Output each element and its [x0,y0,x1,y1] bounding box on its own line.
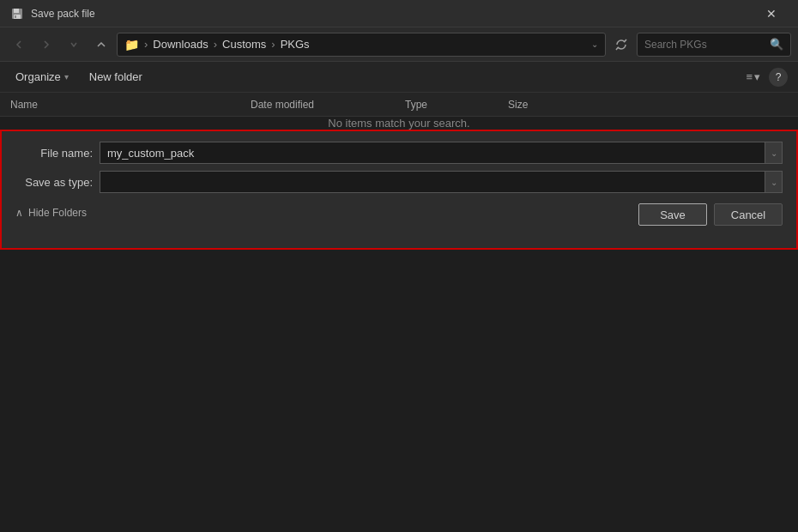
secondary-toolbar: Organize ▾ New folder ≡ ▾ ? [0,62,798,93]
search-input[interactable] [644,39,765,51]
save-as-type-dropdown-arrow[interactable]: ⌄ [765,171,783,193]
hide-folders-button[interactable]: ∧ Hide Folders [15,207,87,219]
file-name-label: File name: [15,147,93,160]
title-bar-left: Save pack file [10,7,95,21]
organize-label: Organize [15,70,61,83]
address-part-customs[interactable]: Customs [222,38,266,51]
window-title: Save pack file [31,8,95,20]
search-icon: 🔍 [770,38,783,51]
folder-icon: 📁 [124,38,139,51]
cancel-button[interactable]: Cancel [714,203,783,226]
file-name-input[interactable] [100,142,765,164]
file-name-dropdown-arrow[interactable]: ⌄ [765,142,783,164]
address-separator-1: › [144,38,148,51]
view-button[interactable]: ≡ ▾ [741,67,765,87]
back-button[interactable] [7,33,31,57]
bottom-panel: File name: ⌄ Save as type: ⌄ ∧ Hide Fold… [0,130,798,250]
svg-rect-1 [14,9,19,13]
view-chevron-icon: ▾ [754,70,760,83]
column-name[interactable]: Name [10,99,251,111]
hide-folders-label: Hide Folders [28,207,87,219]
address-bar[interactable]: 📁 › Downloads › Customs › PKGs ⌄ [117,33,606,57]
title-bar: Save pack file ✕ [0,0,798,27]
save-as-type-label: Save as type: [15,176,93,189]
save-icon [10,7,24,21]
dropdown-history-button[interactable] [62,33,86,57]
toolbar: 📁 › Downloads › Customs › PKGs ⌄ 🔍 [0,27,798,62]
organize-chevron-icon: ▾ [64,72,69,82]
view-icon: ≡ [746,70,753,83]
column-size[interactable]: Size [508,99,594,111]
save-as-type-row: Save as type: ⌄ [15,171,783,193]
close-button[interactable]: ✕ [752,0,791,27]
empty-message: No items match your search. [328,117,469,130]
address-separator-3: › [271,38,275,51]
column-type[interactable]: Type [405,99,508,111]
refresh-button[interactable] [609,33,633,57]
file-area: No items match your search. [0,117,798,130]
svg-rect-3 [15,15,16,18]
bottom-buttons: Save Cancel [638,200,783,226]
column-headers: Name Date modified Type Size [0,93,798,117]
hide-folders-chevron-icon: ∧ [15,207,23,219]
search-bar[interactable]: 🔍 [637,33,791,57]
address-dropdown-arrow[interactable]: ⌄ [591,39,598,49]
help-button[interactable]: ? [769,68,788,87]
new-folder-label: New folder [89,70,142,83]
save-button[interactable]: Save [638,203,707,226]
organize-button[interactable]: Organize ▾ [10,67,74,87]
forward-button[interactable] [34,33,58,57]
column-date-modified[interactable]: Date modified [251,99,405,111]
address-part-pkgs[interactable]: PKGs [281,38,310,51]
help-label: ? [776,71,782,83]
toolbar-right: ≡ ▾ ? [741,67,788,87]
up-button[interactable] [89,33,113,57]
bottom-row: ∧ Hide Folders Save Cancel [15,200,783,226]
address-part-downloads[interactable]: Downloads [153,38,208,51]
save-as-type-input[interactable] [100,171,765,193]
file-name-row: File name: ⌄ [15,142,783,164]
new-folder-button[interactable]: New folder [84,67,148,87]
address-separator-2: › [214,38,217,51]
